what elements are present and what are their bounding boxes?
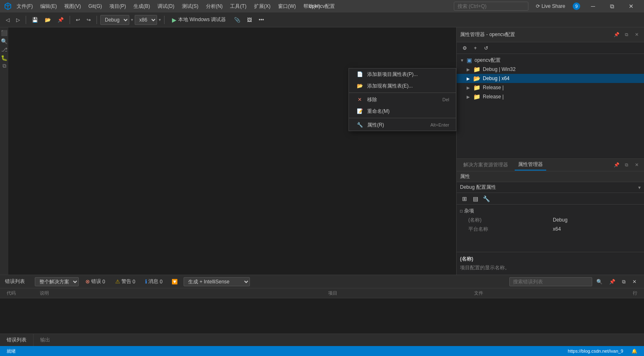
error-float-btn[interactable]: ⧉ [620,277,628,286]
panel-controls: 📌 ⧉ ✕ [613,31,641,39]
platform-select[interactable]: x86 [135,15,157,25]
folder-icon-release-1: 📁 [473,84,480,91]
props-float-button[interactable]: ⧉ [622,161,631,169]
window-controls-group: ─ ⧉ ✕ [583,0,641,12]
props-group-misc-header[interactable]: □ 杂项 [460,206,641,215]
notification-badge[interactable]: 9 [573,2,580,10]
menu-search-input[interactable] [454,2,528,11]
toolbar: ◁ ▷ 💾 📂 📌 ↩ ↪ Debug ▾ x86 ▾ ▶ 本地 Windows… [0,12,644,27]
error-col-file-header: 文件 [472,290,618,296]
props-group-misc: □ 杂项 (名称) Debug 平台名称 x64 [457,206,644,234]
ctx-rename-label: 重命名(M) [367,108,390,115]
menu-build[interactable]: 生成(B) [130,1,153,12]
menu-debug[interactable]: 调试(D) [154,1,178,12]
forward-button[interactable]: ▷ [14,16,22,24]
activity-git[interactable]: ⎇ [0,46,8,53]
build-filter-select[interactable]: 生成 + IntelliSense [184,277,250,286]
open-button[interactable]: 📂 [42,16,53,24]
menu-window[interactable]: 窗口(W) [275,1,299,12]
more-button[interactable]: ••• [256,16,266,24]
ctx-remove[interactable]: ✕ 移除 Del [349,94,456,105]
panel-close-button[interactable]: ✕ [632,31,641,39]
warning-count-badge[interactable]: ⚠ 警告 0 [112,277,139,286]
panel-float-button[interactable]: ⧉ [622,31,631,39]
menu-test[interactable]: 测试(S) [179,1,202,12]
add-existing-icon: 📂 [356,83,364,89]
panel-pin-button[interactable]: 📌 [613,31,621,39]
tab-solution-explorer[interactable]: 解决方案资源管理器 [460,160,511,170]
status-ready[interactable]: 就绪 [5,347,17,355]
status-notification-icon[interactable]: 🔔 [630,348,639,355]
tab-error-list[interactable]: 错误列表 [0,334,34,346]
menu-git[interactable]: Git(G) [85,2,105,11]
props-value-name: Debug [553,217,637,223]
attach-button[interactable]: 📎 [232,16,243,24]
props-wrench-button[interactable]: 🔧 [482,194,491,203]
ctx-separator-1 [349,93,456,93]
live-share-button[interactable]: ⟳ Live Share [532,2,569,11]
close-button[interactable]: ✕ [622,0,641,12]
menu-view[interactable]: 视图(V) [61,1,84,12]
error-col-proj-header: 项目 [327,290,472,296]
ctx-add-new-sheet[interactable]: 📄 添加新项目属性表(P)... [349,68,456,80]
menu-analyze[interactable]: 分析(N) [203,1,226,12]
status-right: https://blog.csdn.net/ivan_9 🔔 [566,348,639,355]
error-filter-select[interactable]: 整个解决方案 [35,277,79,286]
save-all-button[interactable]: 💾 [29,16,41,24]
run-label: 本地 Windows 调试器 [178,16,226,23]
folder-icon-release-2: 📁 [473,93,480,100]
config-select[interactable]: Debug [100,15,129,25]
ctx-rename[interactable]: 📝 重命名(M) [349,105,456,117]
activity-extensions[interactable]: ⧉ [0,62,8,70]
minimize-button[interactable]: ─ [583,0,603,12]
menu-extensions[interactable]: 扩展(X) [251,1,274,12]
ctx-properties[interactable]: 🔧 属性(R) Alt+Enter [349,119,456,131]
separator-2 [70,16,70,24]
menu-tools[interactable]: 工具(T) [227,1,249,12]
error-search-input[interactable] [509,277,592,286]
error-count-badge[interactable]: ⊗ 错误 0 [82,277,109,286]
ctx-add-existing-sheet[interactable]: 📂 添加现有属性表(E)... [349,80,456,92]
status-url[interactable]: https://blog.csdn.net/ivan_9 [566,348,625,354]
tree-debug-x64[interactable]: ▶ 📂 Debug | x64 [457,74,644,83]
props-grid-button[interactable]: ⊞ [460,194,469,203]
undo-button[interactable]: ↩ [73,16,82,24]
menu-project[interactable]: 项目(P) [106,1,129,12]
tree-release-2[interactable]: ▶ 📁 Release | [457,92,644,101]
run-debugger-button[interactable]: ▶ 本地 Windows 调试器 [168,15,230,24]
tree-debug-win32[interactable]: ▶ 📁 Debug | Win32 [457,65,644,74]
restore-button[interactable]: ⧉ [603,0,622,12]
menu-edit[interactable]: 编辑(E) [37,1,60,12]
ctx-properties-label: 属性(R) [367,122,384,129]
error-close-btn[interactable]: ✕ [630,277,639,286]
props-close-button[interactable]: ✕ [632,161,641,169]
menu-file[interactable]: 文件(F) [13,1,36,12]
ctx-properties-left: 🔧 属性(R) [356,122,384,129]
pin-button[interactable]: 📌 [55,16,66,24]
properties-icon: 🔧 [356,122,364,128]
tab-property-manager[interactable]: 属性管理器 [515,159,546,171]
tree-release-1[interactable]: ▶ 📁 Release | [457,83,644,92]
activity-debug[interactable]: 🐛 [0,54,8,61]
tree-root-node[interactable]: ▼ ▣ opencv配置 [457,56,644,65]
props-pin-button[interactable]: 📌 [613,161,621,169]
context-menu: 📄 添加新项目属性表(P)... 📂 添加现有属性表(E)... ✕ 移除 De… [349,68,456,131]
error-search-btn[interactable]: 🔍 [594,277,605,286]
tab-output[interactable]: 输出 [34,334,57,346]
window-title: opencv配置 [309,3,335,10]
error-pin-btn[interactable]: 📌 [607,277,618,286]
activity-explorer[interactable]: ⬛ [0,29,8,37]
error-panel: 错误列表 整个解决方案 ⊗ 错误 0 ⚠ 警告 0 ℹ 消息 0 🔽 生成 [0,275,644,346]
tree-add-icon[interactable]: + [471,44,480,53]
tree-refresh-icon[interactable]: ↺ [482,44,491,53]
message-count-badge[interactable]: ℹ 消息 0 [142,277,166,286]
props-table-button[interactable]: ▤ [471,194,480,203]
screenshot-button[interactable]: 🖼 [245,16,254,24]
warning-count: 0 [133,279,136,285]
back-button[interactable]: ◁ [3,16,12,24]
redo-button[interactable]: ↪ [84,16,93,24]
menu-bar: 文件(F) 编辑(E) 视图(V) Git(G) 项目(P) 生成(B) 调试(… [0,0,644,12]
tree-settings-icon[interactable]: ⚙ [460,44,469,53]
activity-search[interactable]: 🔍 [0,37,8,45]
error-filter-btn[interactable]: 🔽 [169,278,180,285]
